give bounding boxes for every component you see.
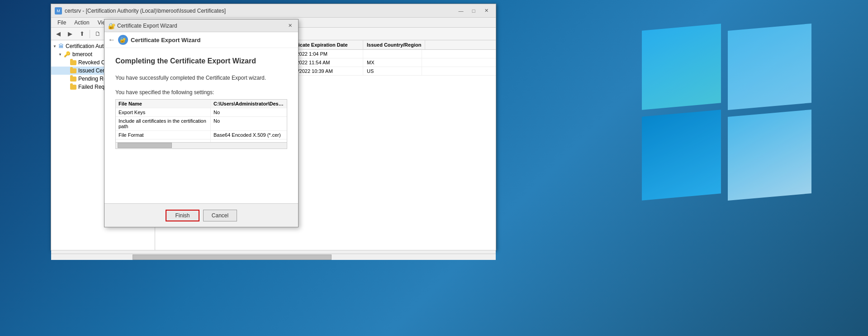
revoked-folder-icon (70, 60, 76, 65)
mmc-title: certsrv - [Certification Authority (Loca… (65, 8, 226, 14)
up-button[interactable]: ⬆ (76, 29, 87, 39)
settings-scroll-area: File Name C:\Users\Administrator\Desktop… (115, 99, 287, 149)
settings-row-0: Export Keys No (116, 108, 287, 117)
minimize-button[interactable]: — (455, 6, 467, 15)
wizard-nav: ← 🔐 Certificate Export Wizard (104, 32, 298, 48)
windows-logo (642, 27, 814, 199)
settings-header-val: C:\Users\Administrator\Desktop\Interr... (211, 100, 287, 108)
cell-country-2: US (363, 67, 422, 75)
cancel-button[interactable]: Cancel (203, 210, 237, 221)
wizard-back-button[interactable]: ← (108, 36, 115, 44)
wizard-title-icon: 🔐 (108, 23, 114, 29)
mmc-title-left: M certsrv - [Certification Authority (Lo… (55, 7, 226, 14)
wizard-settings-label: You have specified the following setting… (115, 89, 287, 96)
finish-button[interactable]: Finish (166, 210, 199, 221)
settings-row-header: File Name C:\Users\Administrator\Desktop… (116, 100, 287, 108)
maximize-button[interactable]: □ (468, 6, 479, 15)
h-scrollbar-thumb[interactable] (133, 254, 332, 260)
wizard-body: Completing the Certificate Export Wizard… (104, 48, 298, 163)
mmc-window-controls: — □ ✕ (455, 6, 492, 15)
col-country: Issued Country/Region (363, 40, 425, 49)
tree-label-bmeroot: bmeroot (72, 51, 92, 58)
settings-val-1: No (211, 117, 287, 130)
expand-arrow-bmeroot: ▼ (58, 53, 63, 57)
desktop: M certsrv - [Certification Authority (Lo… (0, 0, 868, 336)
mmc-titlebar: M certsrv - [Certification Authority (Lo… (51, 4, 496, 18)
settings-key-2: File Format (116, 131, 211, 139)
close-button[interactable]: ✕ (480, 6, 492, 15)
ca-icon: 🏛 (58, 43, 64, 49)
wizard-description: You have successfully completed the Cert… (115, 74, 287, 82)
settings-key-1: Include all certificates in the certific… (116, 117, 211, 130)
cell-country-0 (363, 50, 422, 58)
settings-h-scroll (116, 142, 287, 149)
back-button[interactable]: ◀ (53, 29, 64, 39)
wizard-footer: Finish Cancel (104, 203, 298, 227)
expand-arrow-ca: ▼ (53, 44, 57, 48)
settings-key-0: Export Keys (116, 108, 211, 116)
settings-header-key: File Name (116, 100, 211, 108)
forward-button[interactable]: ▶ (65, 29, 76, 39)
wizard-close-button[interactable]: ✕ (285, 22, 294, 30)
status-bar (51, 250, 496, 260)
menu-action[interactable]: Action (71, 19, 93, 27)
settings-inner: File Name C:\Users\Administrator\Desktop… (116, 100, 287, 143)
bmeroot-icon: 🔑 (64, 51, 71, 58)
failed-folder-icon (70, 85, 76, 90)
pending-folder-icon (70, 77, 76, 82)
wizard-title-text: Certificate Export Wizard (117, 23, 177, 29)
toolbar-sep-1 (90, 30, 90, 38)
wizard-titlebar: 🔐 Certificate Export Wizard ✕ (104, 19, 298, 32)
settings-val-0: No (211, 108, 287, 116)
settings-row-1: Include all certificates in the certific… (116, 117, 287, 131)
settings-row-2: File Format Base64 Encoded X.509 (*.cer) (116, 131, 287, 139)
wizard-title-left: 🔐 Certificate Export Wizard (108, 23, 177, 29)
mmc-icon: M (55, 7, 62, 14)
wizard-nav-icon: 🔐 (118, 35, 128, 45)
bottom-scrollbar-area (51, 254, 496, 260)
issued-folder-icon (70, 68, 76, 73)
cell-country-1: MX (363, 58, 422, 67)
settings-scroll-thumb[interactable] (118, 143, 172, 148)
wizard-heading: Completing the Certificate Export Wizard (115, 57, 287, 65)
toolbar-btn-1[interactable]: 🗋 (92, 29, 103, 39)
wizard-nav-title: Certificate Export Wizard (131, 37, 200, 43)
menu-file[interactable]: File (54, 19, 70, 27)
wizard-dialog: 🔐 Certificate Export Wizard ✕ ← 🔐 Certif… (104, 19, 299, 227)
settings-val-2: Base64 Encoded X.509 (*.cer) (211, 131, 287, 139)
